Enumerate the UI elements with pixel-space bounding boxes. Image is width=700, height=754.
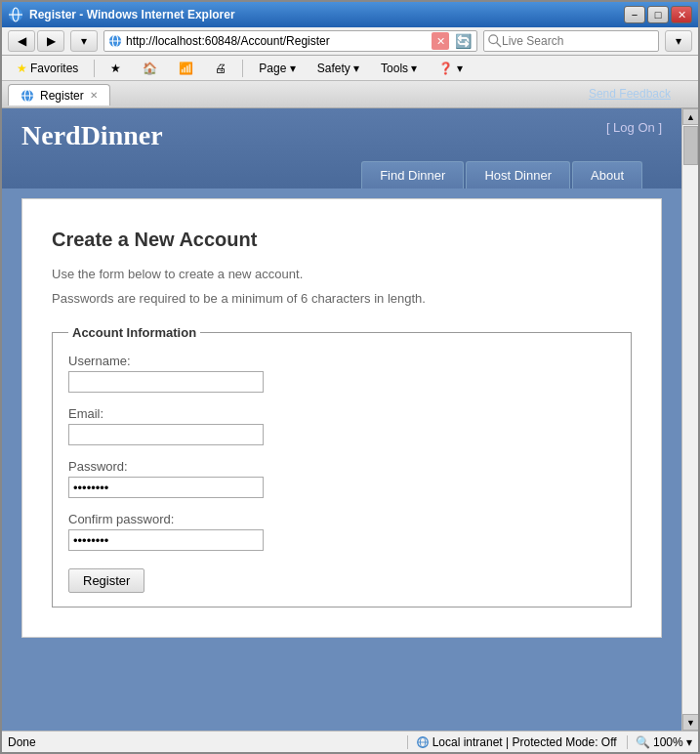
maximize-button[interactable]: □ [647, 6, 669, 23]
safety-button[interactable]: Safety ▾ [309, 59, 368, 78]
confirm-label: Confirm password: [68, 512, 615, 526]
password-label: Password: [68, 459, 615, 474]
form-desc1: Use the form below to create a new accou… [52, 267, 632, 281]
register-button[interactable]: Register [68, 568, 144, 593]
ie-small-icon [108, 34, 122, 48]
print-button[interactable]: 🖨 [206, 59, 235, 78]
about-tab[interactable]: About [572, 161, 642, 188]
scroll-thumb[interactable] [683, 126, 698, 165]
scroll-track[interactable] [682, 125, 698, 714]
log-on-area: [ Log On ] [606, 120, 662, 135]
tab-ie-icon [21, 89, 34, 103]
add-favorites-button[interactable]: ★ [102, 59, 130, 78]
zoom-text: 🔍 100% ▾ [636, 735, 692, 749]
back-button[interactable]: ◀ [8, 30, 35, 52]
zoom-section[interactable]: 🔍 100% ▾ [627, 735, 692, 749]
browser-tab[interactable]: Register ✕ [8, 84, 110, 105]
search-dropdown-button[interactable]: ▾ [665, 30, 692, 52]
tab-label: Register [40, 89, 84, 103]
dropdown-button[interactable]: ▾ [70, 30, 98, 52]
tab-close-icon[interactable]: ✕ [90, 90, 98, 101]
page-button[interactable]: Page ▾ [250, 59, 304, 78]
favorites-button[interactable]: ★ Favorites [8, 59, 87, 78]
minimize-button[interactable]: − [624, 6, 645, 23]
status-text: Done [8, 735, 401, 749]
zone-text: Local intranet | Protected Mode: Off [432, 735, 617, 749]
globe-icon [416, 735, 430, 749]
ie-icon [8, 7, 23, 22]
host-dinner-tab[interactable]: Host Dinner [466, 161, 570, 188]
address-x-button[interactable]: ✕ [432, 32, 449, 50]
password-field-row: Password: [68, 459, 615, 498]
username-field-row: Username: [68, 354, 615, 393]
scrollbar[interactable]: ▲ ▼ [681, 108, 698, 731]
app-title: NerdDinner [21, 120, 163, 151]
confirm-field-row: Confirm password: [68, 512, 615, 551]
toolbar-separator-2 [242, 60, 243, 77]
form-desc2: Passwords are required to be a minimum o… [52, 291, 632, 306]
rss-button[interactable]: 📶 [170, 59, 202, 78]
email-field-row: Email: [68, 406, 615, 445]
address-go-button[interactable]: 🔄 [453, 31, 473, 51]
address-input[interactable] [126, 34, 428, 48]
confirm-input[interactable] [68, 529, 264, 551]
live-search-input[interactable] [502, 34, 654, 48]
password-input[interactable] [68, 477, 264, 498]
email-input[interactable] [68, 424, 264, 445]
scroll-down-button[interactable]: ▼ [682, 714, 698, 731]
zone-section: Local intranet | Protected Mode: Off [407, 735, 617, 749]
scroll-up-button[interactable]: ▲ [682, 108, 698, 125]
add-to-favorites-icon: ★ [110, 62, 121, 75]
svg-point-6 [489, 35, 498, 44]
close-button[interactable]: ✕ [671, 6, 692, 23]
account-fieldset: Account Information Username: Email: Pas [52, 325, 632, 607]
help-button[interactable]: ❓ ▾ [430, 59, 471, 78]
star-icon: ★ [17, 62, 27, 75]
tools-button[interactable]: Tools ▾ [372, 59, 426, 78]
find-dinner-tab[interactable]: Find Dinner [361, 161, 464, 188]
live-search-icon [488, 34, 502, 48]
email-label: Email: [68, 406, 615, 421]
username-label: Username: [68, 354, 615, 368]
log-on-link[interactable]: Log On [613, 120, 655, 135]
form-title: Create a New Account [52, 229, 632, 251]
forward-button[interactable]: ▶ [37, 30, 64, 52]
send-feedback-link[interactable]: Send Feedback [589, 87, 671, 101]
username-input[interactable] [68, 371, 264, 393]
toolbar-separator [94, 60, 95, 77]
fieldset-legend: Account Information [68, 325, 200, 340]
svg-line-7 [497, 43, 501, 47]
window-title: Register - Windows Internet Explorer [29, 8, 235, 21]
home-button[interactable]: 🏠 [134, 59, 166, 78]
